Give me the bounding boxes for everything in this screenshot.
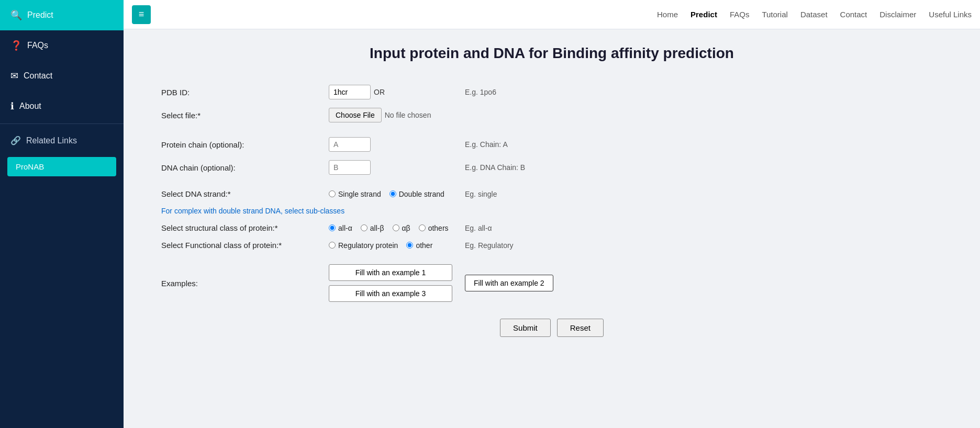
functional-class-radio-group: Regulatory protein other (329, 241, 452, 250)
reset-button[interactable]: Reset (557, 319, 604, 337)
dna-chain-input-cell (322, 156, 459, 179)
contact-icon: ✉ (10, 70, 18, 82)
dna-strand-single-text: Single strand (338, 190, 381, 198)
main-area: ≡ Home Predict FAQs Tutorial Dataset Con… (124, 0, 980, 428)
choose-file-button[interactable]: Choose File (329, 108, 382, 122)
input-form: PDB ID: OR E.g. 1po6 Select file:* Ch (155, 81, 949, 306)
pdb-id-hint: E.g. 1po6 (459, 81, 949, 104)
dna-strand-row: Select DNA strand:* Single strand Double… (155, 185, 949, 202)
nav-contact[interactable]: Contact (840, 10, 867, 19)
functional-class-label: Select Functional class of protein:* (155, 236, 322, 254)
spacer-row-3 (155, 254, 949, 260)
examples-buttons-cell: Fill with an example 1 Fill with an exam… (322, 260, 459, 306)
sidebar-related-links: 🔗 Related Links (0, 126, 124, 155)
search-icon: 🔍 (10, 9, 22, 21)
dna-strand-radio-group: Single strand Double strand (329, 190, 452, 198)
menu-toggle-button[interactable]: ≡ (132, 5, 151, 24)
func-other-radio[interactable] (406, 242, 413, 249)
dna-strand-double-label[interactable]: Double strand (389, 190, 444, 198)
select-file-hint (459, 104, 949, 127)
struct-others-label[interactable]: others (419, 224, 449, 232)
page-title: Input protein and DNA for Binding affini… (155, 45, 949, 62)
protein-chain-hint: E.g. Chain: A (459, 133, 949, 156)
question-icon: ❓ (10, 40, 22, 51)
nav-faqs[interactable]: FAQs (730, 10, 750, 19)
struct-alpha-beta-label[interactable]: αβ (393, 224, 410, 232)
struct-alpha-beta-radio[interactable] (393, 224, 399, 231)
sidebar-item-faqs[interactable]: ❓ FAQs (0, 30, 124, 61)
select-file-input-cell: Choose File No file chosen (322, 104, 459, 127)
functional-class-options-cell: Regulatory protein other (322, 236, 459, 254)
struct-all-beta-label[interactable]: all-β (361, 224, 384, 232)
dna-chain-label: DNA chain (optional): (155, 156, 322, 179)
structural-class-options-cell: all-α all-β αβ (322, 219, 459, 236)
or-text: OR (374, 88, 385, 96)
pdb-id-input-group: OR (329, 85, 452, 99)
nav-links: Home Predict FAQs Tutorial Dataset Conta… (657, 10, 972, 19)
func-other-text: other (416, 241, 432, 250)
content-area: Input protein and DNA for Binding affini… (124, 29, 980, 428)
sidebar: 🔍 Predict ❓ FAQs ✉ Contact ℹ About 🔗 Rel… (0, 0, 124, 428)
nav-predict[interactable]: Predict (691, 10, 717, 19)
spacer-row-2 (155, 179, 949, 185)
double-strand-note: For complex with double strand DNA, sele… (155, 202, 949, 219)
form-actions: Submit Reset (155, 319, 949, 337)
nav-useful-links[interactable]: Useful Links (929, 10, 972, 19)
examples-label: Examples: (155, 260, 322, 306)
link-icon: 🔗 (10, 136, 21, 145)
sidebar-item-about[interactable]: ℹ About (0, 91, 124, 121)
fill-example-3-button[interactable]: Fill with an example 3 (329, 285, 452, 302)
dna-strand-single-label[interactable]: Single strand (329, 190, 381, 198)
dna-strand-options-cell: Single strand Double strand (322, 185, 459, 202)
nav-tutorial[interactable]: Tutorial (762, 10, 787, 19)
func-regulatory-radio[interactable] (329, 242, 336, 249)
pdb-id-row: PDB ID: OR E.g. 1po6 (155, 81, 949, 104)
struct-others-radio[interactable] (419, 224, 426, 231)
sidebar-item-predict-label: Predict (27, 10, 53, 20)
protein-chain-row: Protein chain (optional): E.g. Chain: A (155, 133, 949, 156)
protein-chain-input-cell (322, 133, 459, 156)
select-file-label: Select file:* (155, 104, 322, 127)
fill-example-2-button[interactable]: Fill with an example 2 (465, 275, 553, 291)
info-icon: ℹ (10, 100, 14, 112)
structural-class-radio-group: all-α all-β αβ (329, 224, 452, 232)
pdb-id-label: PDB ID: (155, 81, 322, 104)
nav-disclaimer[interactable]: Disclaimer (879, 10, 916, 19)
examples-right-col: Fill with an example 2 (459, 260, 949, 306)
dna-chain-input[interactable] (329, 160, 371, 175)
no-file-text: No file chosen (385, 111, 431, 119)
pdb-id-input[interactable] (329, 85, 371, 99)
struct-all-alpha-label[interactable]: all-α (329, 224, 352, 232)
examples-row: Examples: Fill with an example 1 Fill wi… (155, 260, 949, 306)
spacer-row-1 (155, 127, 949, 133)
submit-button[interactable]: Submit (500, 319, 551, 337)
nav-dataset[interactable]: Dataset (800, 10, 828, 19)
dna-strand-hint: Eg. single (459, 185, 949, 202)
func-regulatory-text: Regulatory protein (338, 241, 398, 250)
sidebar-item-predict[interactable]: 🔍 Predict (0, 0, 124, 30)
fill-example-1-button[interactable]: Fill with an example 1 (329, 264, 452, 281)
protein-chain-input[interactable] (329, 137, 371, 152)
functional-class-row: Select Functional class of protein:* Reg… (155, 236, 949, 254)
select-file-row: Select file:* Choose File No file chosen (155, 104, 949, 127)
struct-all-beta-radio[interactable] (361, 224, 368, 231)
func-other-label[interactable]: other (406, 241, 432, 250)
struct-all-alpha-radio[interactable] (329, 224, 336, 231)
pdb-id-input-cell: OR (322, 81, 459, 104)
dna-chain-row: DNA chain (optional): E.g. DNA Chain: B (155, 156, 949, 179)
dna-strand-label: Select DNA strand:* (155, 185, 322, 202)
sidebar-item-contact-label: Contact (24, 71, 52, 81)
func-regulatory-label[interactable]: Regulatory protein (329, 241, 398, 250)
sidebar-item-contact[interactable]: ✉ Contact (0, 61, 124, 91)
dna-strand-double-radio[interactable] (389, 190, 396, 197)
nav-home[interactable]: Home (657, 10, 678, 19)
struct-all-beta-text: all-β (370, 224, 384, 232)
dna-strand-single-radio[interactable] (329, 190, 336, 197)
structural-class-hint: Eg. all-α (459, 219, 949, 236)
top-navigation: ≡ Home Predict FAQs Tutorial Dataset Con… (124, 0, 980, 29)
related-links-label: Related Links (26, 136, 77, 145)
dna-chain-hint: E.g. DNA Chain: B (459, 156, 949, 179)
pronab-button[interactable]: ProNAB (7, 157, 116, 176)
sidebar-divider (0, 123, 124, 124)
structural-class-row: Select structural class of protein:* all… (155, 219, 949, 236)
